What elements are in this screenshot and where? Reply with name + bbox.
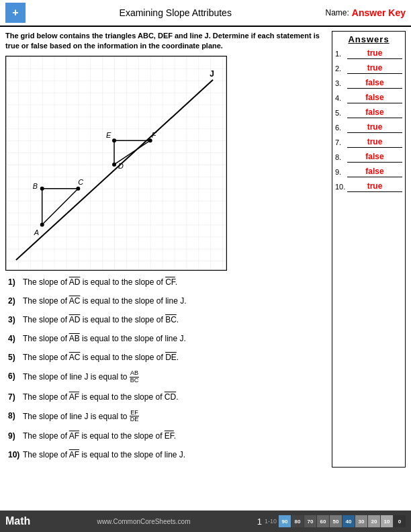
- header: + Examining Slope Attributes Name: Answe…: [0, 0, 411, 27]
- question-5: 5) The slope of AC is equal to the slope…: [8, 351, 324, 363]
- answer-num-4: 4.: [335, 94, 347, 102]
- answer-num-10: 10.: [335, 183, 347, 191]
- range-label: 1-10: [265, 518, 277, 525]
- coordinate-grid: J A B: [5, 56, 227, 271]
- answer-key-label: Answer Key: [352, 7, 406, 18]
- answer-num-7: 7.: [335, 138, 347, 146]
- answer-val-2: true: [347, 63, 402, 74]
- logo-icon: +: [5, 3, 26, 23]
- svg-point-10: [40, 222, 44, 226]
- answer-row-10: 10. true: [335, 181, 402, 192]
- question-8: 8) The slope of line J is equal to EFDE: [8, 410, 324, 424]
- question-3: 3) The slope of AD is equal to the slope…: [8, 314, 324, 326]
- answer-val-7: true: [347, 137, 402, 148]
- q2-num: 2): [8, 295, 23, 307]
- question-6: 6) The slope of line J is equal to ABBC: [8, 370, 324, 384]
- answer-row-3: 3. false: [335, 78, 402, 89]
- answer-val-10: true: [347, 181, 402, 192]
- q1-text: The slope of AD is equal to the slope of…: [23, 276, 324, 288]
- answer-num-3: 3.: [335, 79, 347, 87]
- q4-text: The slope of AB is equal to the slope of…: [23, 332, 324, 345]
- question-9: 9) The slope of AF is equal to the slope…: [8, 430, 324, 442]
- score-range: 1-10 90 80 70 60 50 40 30 20 10 0: [265, 515, 406, 527]
- answer-val-8: false: [347, 152, 402, 163]
- question-2: 2) The slope of AC is equal to the slope…: [8, 295, 324, 307]
- question-7: 7) The slope of AF is equal to the slope…: [8, 391, 324, 403]
- answer-row-9: 9. false: [335, 167, 402, 177]
- answer-row-4: 4. false: [335, 93, 402, 103]
- q2-text: The slope of AC is equal to the slope of…: [23, 295, 324, 307]
- svg-point-14: [76, 187, 80, 191]
- name-area: Name: Answer Key: [326, 7, 406, 18]
- footer-page: 1: [257, 517, 262, 527]
- answer-val-3: false: [347, 78, 402, 89]
- answer-row-1: 1. true: [335, 48, 402, 59]
- svg-text:D: D: [118, 162, 124, 170]
- score-0: 0: [394, 515, 406, 527]
- answer-num-9: 9.: [335, 168, 347, 176]
- answer-num-5: 5.: [335, 109, 347, 117]
- footer-subject: Math: [5, 515, 30, 527]
- q10-num: 10): [8, 449, 23, 461]
- svg-text:A: A: [34, 228, 39, 236]
- instructions-text: The grid below contains the triangles AB…: [5, 31, 326, 52]
- question-1: 1) The slope of AD is equal to the slope…: [8, 276, 324, 288]
- svg-text:C: C: [78, 178, 83, 186]
- q3-num: 3): [8, 314, 23, 326]
- main-content: The grid below contains the triangles AB…: [0, 27, 411, 472]
- questions-list: 1) The slope of AD is equal to the slope…: [5, 276, 326, 461]
- q4-num: 4): [8, 332, 23, 345]
- answer-row-5: 5. false: [335, 107, 402, 118]
- answers-title: Answers: [335, 34, 402, 44]
- left-column: The grid below contains the triangles AB…: [5, 31, 326, 468]
- svg-point-12: [40, 187, 44, 191]
- answer-row-8: 8. false: [335, 152, 402, 163]
- score-90: 90: [279, 515, 291, 527]
- svg-point-16: [112, 163, 116, 167]
- footer: Math www.CommonCoreSheets.com 1 1-10 90 …: [0, 511, 411, 532]
- score-50: 50: [330, 515, 342, 527]
- question-10: 10) The slope of AF is equal to the slop…: [8, 449, 324, 461]
- svg-text:J: J: [210, 69, 214, 79]
- answer-num-6: 6.: [335, 124, 347, 132]
- svg-text:E: E: [106, 131, 111, 139]
- answer-val-1: true: [347, 48, 402, 59]
- question-4: 4) The slope of AB is equal to the slope…: [8, 332, 324, 345]
- answers-panel: Answers 1. true 2. true 3. false 4. fals…: [332, 31, 406, 468]
- q7-num: 7): [8, 391, 23, 403]
- q5-text: The slope of AC is equal to the slope of…: [23, 351, 324, 363]
- page-title: Examining Slope Attributes: [26, 7, 326, 18]
- score-10: 10: [381, 515, 393, 527]
- q5-num: 5): [8, 351, 23, 363]
- footer-url: www.CommonCoreSheets.com: [30, 518, 257, 525]
- q10-text: The slope of AF is equal to the slope of…: [23, 449, 324, 461]
- svg-point-18: [112, 138, 116, 142]
- answer-row-6: 6. true: [335, 122, 402, 133]
- answer-row-7: 7. true: [335, 137, 402, 148]
- score-20: 20: [368, 515, 380, 527]
- score-30: 30: [355, 515, 367, 527]
- q1-num: 1): [8, 276, 23, 288]
- answer-val-5: false: [347, 107, 402, 118]
- score-80: 80: [291, 515, 304, 527]
- q6-num: 6): [8, 370, 23, 382]
- q7-text: The slope of AF is equal to the slope of…: [23, 391, 324, 403]
- answer-num-8: 8.: [335, 153, 347, 161]
- answer-row-2: 2. true: [335, 63, 402, 74]
- answer-val-9: false: [347, 167, 402, 177]
- q6-text: The slope of line J is equal to ABBC: [23, 370, 324, 384]
- score-40: 40: [342, 515, 355, 527]
- answer-num-1: 1.: [335, 50, 347, 58]
- score-70: 70: [304, 515, 316, 527]
- q3-text: The slope of AD is equal to the slope of…: [23, 314, 324, 326]
- q9-num: 9): [8, 430, 23, 442]
- q9-text: The slope of AF is equal to the slope of…: [23, 430, 324, 442]
- answer-num-2: 2.: [335, 64, 347, 73]
- answer-val-6: true: [347, 122, 402, 133]
- q8-num: 8): [8, 410, 23, 422]
- svg-text:B: B: [33, 182, 38, 190]
- score-60: 60: [317, 515, 329, 527]
- q8-text: The slope of line J is equal to EFDE: [23, 410, 324, 424]
- answer-val-4: false: [347, 93, 402, 103]
